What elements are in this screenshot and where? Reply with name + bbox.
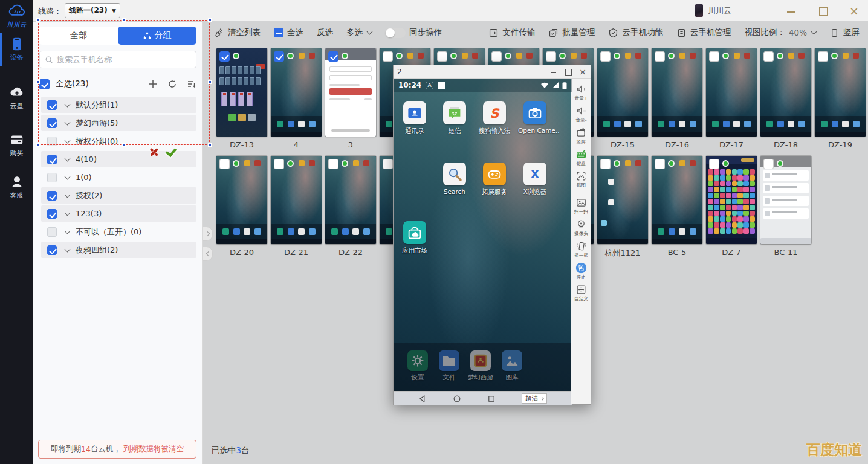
line-select-dropdown[interactable]: 线路一(23) ▼ xyxy=(65,3,120,18)
device-checkbox[interactable] xyxy=(274,159,284,169)
minimize-button[interactable] xyxy=(783,5,799,17)
annotation-handle[interactable] xyxy=(36,18,40,22)
device-checkbox[interactable] xyxy=(546,51,556,62)
annotation-handle[interactable] xyxy=(122,18,126,22)
device-thumbnail[interactable] xyxy=(216,48,267,137)
invert-selection-button[interactable]: 反选 xyxy=(317,27,333,38)
device-checkbox[interactable] xyxy=(437,51,447,62)
group-row[interactable]: 123(3) xyxy=(41,205,196,222)
select-all-indeterminate-checkbox[interactable] xyxy=(274,28,283,37)
select-all-checkbox[interactable] xyxy=(39,79,50,89)
device-checkbox[interactable] xyxy=(818,51,828,62)
annotation-confirm-icon[interactable] xyxy=(164,147,177,158)
batch-manage-button[interactable]: 批量管理 xyxy=(548,27,595,38)
phone-app-search-app[interactable]: Search xyxy=(438,163,471,195)
device-checkbox[interactable] xyxy=(763,159,774,169)
group-row[interactable]: 1(0) xyxy=(41,169,196,185)
annotation-handle[interactable] xyxy=(36,80,40,84)
device-thumbnail[interactable] xyxy=(271,156,322,244)
clear-list-button[interactable]: 清空列表 xyxy=(214,27,261,38)
device-checkbox[interactable] xyxy=(600,159,611,169)
device-checkbox[interactable] xyxy=(383,159,393,169)
group-row[interactable]: 梦幻西游(5) xyxy=(41,115,196,131)
device-checkbox[interactable] xyxy=(219,159,230,169)
device-thumbnail[interactable] xyxy=(706,156,757,244)
device-thumbnail[interactable] xyxy=(597,48,648,137)
device-thumbnail[interactable] xyxy=(815,48,866,137)
select-all-toolbar[interactable]: 全选 xyxy=(274,27,303,38)
annotation-handle[interactable] xyxy=(36,143,40,147)
phone-app-contacts[interactable]: 通讯录 xyxy=(398,102,432,135)
phone-maximize-button[interactable] xyxy=(564,68,572,76)
device-checkbox[interactable] xyxy=(491,51,502,62)
sync-operate-toggle[interactable]: 同步操作 xyxy=(385,27,442,38)
group-row[interactable]: 授权(2) xyxy=(41,187,196,204)
phone-functions-button[interactable]: 云手机功能 xyxy=(608,27,663,38)
tool-scan[interactable]: 扫一扫 xyxy=(571,197,591,216)
phone-minimize-button[interactable] xyxy=(549,68,558,76)
phone-app-app-market[interactable]: 应用市场 xyxy=(398,221,432,255)
annotation-handle[interactable] xyxy=(122,143,126,147)
device-checkbox[interactable] xyxy=(328,51,338,62)
chevron-down-icon[interactable] xyxy=(65,102,71,108)
device-thumbnail[interactable] xyxy=(760,48,811,137)
add-icon[interactable] xyxy=(148,79,158,89)
back-button[interactable] xyxy=(418,395,427,403)
phone-manage-button[interactable]: 云手机管理 xyxy=(676,27,731,38)
device-thumbnail[interactable] xyxy=(760,156,811,244)
tool-keyboard[interactable]: 键盘 xyxy=(571,149,591,167)
device-checkbox[interactable] xyxy=(655,159,665,169)
chevron-down-icon[interactable] xyxy=(65,120,71,126)
expand-panel-arrow[interactable] xyxy=(203,227,213,241)
device-checkbox[interactable] xyxy=(655,51,665,62)
device-thumbnail[interactable] xyxy=(652,48,702,137)
annotation-handle[interactable] xyxy=(208,143,212,147)
phone-close-button[interactable]: × xyxy=(578,68,587,76)
chevron-down-icon[interactable] xyxy=(65,228,71,234)
chevron-down-icon[interactable] xyxy=(65,246,71,253)
phone-app-messages[interactable]: 短信 xyxy=(438,102,471,135)
refresh-icon[interactable] xyxy=(167,79,177,89)
device-thumbnail[interactable] xyxy=(325,48,376,137)
group-row[interactable]: 默认分组(1) xyxy=(41,97,196,113)
device-checkbox[interactable] xyxy=(600,51,611,62)
phone-screen[interactable]: 10:24 A 通讯录短信S搜狗输入法Open Came..Search拓展服务… xyxy=(394,79,572,405)
phone-app-sogou[interactable]: S搜狗输入法 xyxy=(478,102,511,135)
group-checkbox[interactable] xyxy=(47,209,57,219)
annotation-handle[interactable] xyxy=(208,80,212,84)
annotation-handle[interactable] xyxy=(208,18,212,22)
group-checkbox[interactable] xyxy=(47,245,57,255)
tool-custom[interactable]: 自定义 xyxy=(571,284,591,303)
tool-screenshot[interactable]: 截图 xyxy=(571,170,591,189)
sidebar-item-purchase[interactable]: 购买 xyxy=(0,132,33,158)
tool-volume-up[interactable]: 音量+ xyxy=(571,83,591,102)
toggle-off-icon[interactable] xyxy=(385,28,406,38)
device-checkbox[interactable] xyxy=(709,51,719,62)
group-checkbox[interactable] xyxy=(47,137,57,146)
group-checkbox[interactable] xyxy=(47,173,57,182)
collapse-panel-arrow[interactable] xyxy=(203,246,213,261)
group-checkbox[interactable] xyxy=(47,191,57,201)
group-checkbox[interactable] xyxy=(47,155,57,164)
phone-app-services[interactable]: 拓展服务 xyxy=(478,163,511,196)
device-thumbnail[interactable] xyxy=(216,156,267,244)
annotation-cancel-icon[interactable] xyxy=(149,147,160,158)
device-checkbox[interactable] xyxy=(328,159,338,169)
view-scale-control[interactable]: 视图比例： 40% xyxy=(744,27,816,38)
tool-shake[interactable]: 摇一摇 xyxy=(571,240,591,259)
search-input[interactable]: 搜索云手机名称 xyxy=(39,51,196,68)
tool-webcam[interactable]: 摄像头 xyxy=(571,219,591,237)
device-thumbnail[interactable] xyxy=(271,48,322,137)
device-checkbox[interactable] xyxy=(709,159,719,169)
file-transfer-button[interactable]: 文件传输 xyxy=(488,27,535,38)
tool-rotate-screen[interactable]: 竖屏 xyxy=(571,127,591,146)
device-thumbnail[interactable] xyxy=(706,48,757,137)
device-checkbox[interactable] xyxy=(274,51,284,62)
tab-groups[interactable]: 分组 xyxy=(118,27,196,45)
chevron-down-icon[interactable] xyxy=(65,138,71,144)
tool-stop[interactable]: 停止 xyxy=(571,262,591,281)
sidebar-item-cloud-disk[interactable]: 云盘 xyxy=(0,85,33,111)
phone-window-titlebar[interactable]: 2 × xyxy=(394,65,591,79)
chevron-down-icon[interactable] xyxy=(65,210,71,216)
sidebar-item-devices[interactable]: 设备 xyxy=(0,36,33,62)
